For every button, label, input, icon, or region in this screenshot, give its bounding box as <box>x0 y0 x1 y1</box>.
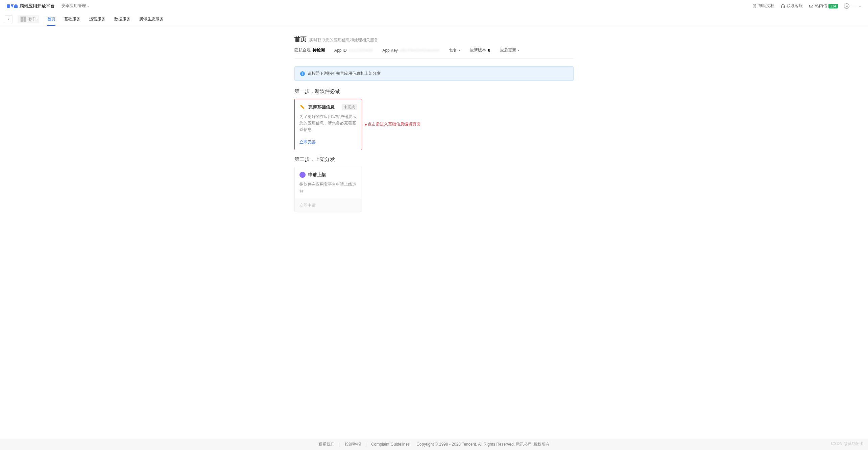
meta-privacy-value: 待检测 <box>313 47 325 53</box>
app-chip[interactable]: 软件 <box>18 15 39 23</box>
meta-version-label: 最新版本 <box>470 47 486 53</box>
app-meta-row: 隐私合规 待检测 App ID 1112320430 App Key uBsY9… <box>294 47 574 59</box>
mail-icon <box>809 4 814 8</box>
card-header: 完善基础信息 未完成 <box>299 104 357 110</box>
meta-package-label: 包名 <box>449 47 457 53</box>
user-placeholder: ··· <box>851 4 857 8</box>
meta-package: 包名 - <box>449 47 460 53</box>
logo-text: 腾讯应用开放平台 <box>20 3 55 9</box>
tab-data-service[interactable]: 数据服务 <box>114 13 130 26</box>
info-icon: i <box>300 71 305 76</box>
chevron-down-icon: ⌄ <box>87 4 90 8</box>
info-alert: i 请按照下列指引完善应用信息和上架分发 <box>294 66 574 81</box>
card-publish-desc: 指软件在应用宝平台申请上线运营 <box>299 181 357 194</box>
inbox-badge: 114 <box>828 4 838 8</box>
card-publish-title: 申请上架 <box>308 172 326 178</box>
contact-cs-label: 联系客服 <box>787 3 803 9</box>
app-chip-label: 软件 <box>28 16 37 22</box>
meta-appkey-value: uBsY9mGHOskomH <box>400 48 439 53</box>
page-title: 首页 <box>294 35 307 43</box>
meta-appkey-label: App Key <box>382 48 397 53</box>
header-right: 帮助文档 联系客服 站内信 114 ··· ⌄ <box>752 3 861 9</box>
inbox-label: 站内信 <box>815 3 827 9</box>
help-docs-link[interactable]: 帮助文档 <box>752 3 774 9</box>
meta-package-value: - <box>459 48 460 53</box>
card-basic-info[interactable]: 完善基础信息 未完成 为了更好的在应用宝客户端展示您的应用信息，请您务必完善基础… <box>294 99 362 150</box>
meta-lastupdate-value: - <box>518 48 520 53</box>
meta-appid-value: 1112320430 <box>349 48 373 53</box>
chevron-left-icon <box>7 18 10 21</box>
inbox-link[interactable]: 站内信 114 <box>809 3 838 9</box>
sub-navigation: 软件 首页 基础服务 运营服务 数据服务 腾讯生态服务 <box>0 12 868 26</box>
document-icon <box>752 4 757 8</box>
tab-basic-service[interactable]: 基础服务 <box>64 13 80 26</box>
help-docs-label: 帮助文档 <box>758 3 774 9</box>
headset-icon <box>780 4 785 8</box>
grid-icon <box>20 16 26 22</box>
back-button[interactable] <box>5 15 13 23</box>
tab-operation-service[interactable]: 运营服务 <box>89 13 105 26</box>
meta-appid-label: App ID <box>334 48 347 53</box>
svg-rect-2 <box>784 6 785 8</box>
apply-now-link: 立即申请 <box>299 203 357 208</box>
meta-privacy: 隐私合规 待检测 <box>294 47 325 53</box>
card-publish: 申请上架 指软件在应用宝平台申请上线运营 立即申请 <box>294 167 362 212</box>
step2-title: 第二步，上架分发 <box>294 156 574 163</box>
meta-appkey: App Key uBsY9mGHOskomH <box>382 48 439 53</box>
status-badge-incomplete: 未完成 <box>342 104 357 110</box>
logo-icon <box>7 4 18 8</box>
logo[interactable]: 腾讯应用开放平台 <box>7 3 55 9</box>
header-left: 腾讯应用开放平台 安卓应用管理 ⌄ <box>7 3 90 9</box>
card-basic-info-desc: 为了更好的在应用宝客户端展示您的应用信息，请您务必完善基础信息 <box>299 114 357 133</box>
step1-row: 完善基础信息 未完成 为了更好的在应用宝客户端展示您的应用信息，请您务必完善基础… <box>294 99 574 150</box>
step1-title: 第一步，新软件必做 <box>294 88 574 95</box>
annotation-arrow: 点击后进入基础信息编辑页面 <box>365 121 420 127</box>
user-menu[interactable]: ··· ⌄ <box>844 3 861 9</box>
meta-privacy-label: 隐私合规 <box>294 47 311 53</box>
meta-version-value: 0 <box>488 48 490 53</box>
alert-text: 请按照下列指引完善应用信息和上架分发 <box>308 71 381 76</box>
contact-cs-link[interactable]: 联系客服 <box>780 3 803 9</box>
management-dropdown-label: 安卓应用管理 <box>62 3 86 9</box>
svg-rect-1 <box>781 6 781 8</box>
tab-home[interactable]: 首页 <box>47 13 55 26</box>
chevron-down-icon: ⌄ <box>859 4 861 8</box>
meta-lastupdate: 最后更新 - <box>500 47 520 53</box>
meta-version: 最新版本 0 <box>470 47 490 53</box>
nav-tabs: 首页 基础服务 运营服务 数据服务 腾讯生态服务 <box>47 13 164 26</box>
main-content: 首页 实时获取您的应用信息和处理相关服务 隐私合规 待检测 App ID 111… <box>294 26 574 232</box>
pencil-icon <box>299 104 306 110</box>
meta-appid: App ID 1112320430 <box>334 48 373 53</box>
svg-rect-3 <box>809 5 813 7</box>
page-title-row: 首页 实时获取您的应用信息和处理相关服务 <box>294 35 574 43</box>
card-basic-info-title: 完善基础信息 <box>308 104 335 110</box>
publish-icon <box>299 172 306 178</box>
management-dropdown[interactable]: 安卓应用管理 ⌄ <box>62 3 90 9</box>
complete-now-link[interactable]: 立即完善 <box>299 139 357 145</box>
avatar-icon <box>844 3 849 9</box>
meta-lastupdate-label: 最后更新 <box>500 47 516 53</box>
top-header: 腾讯应用开放平台 安卓应用管理 ⌄ 帮助文档 联系客服 站内信 114 ··· … <box>0 0 868 12</box>
annotation-text: 点击后进入基础信息编辑页面 <box>368 121 420 127</box>
svg-point-4 <box>846 5 847 6</box>
page-subtitle: 实时获取您的应用信息和处理相关服务 <box>309 37 378 43</box>
tab-ecosystem-service[interactable]: 腾讯生态服务 <box>139 13 164 26</box>
